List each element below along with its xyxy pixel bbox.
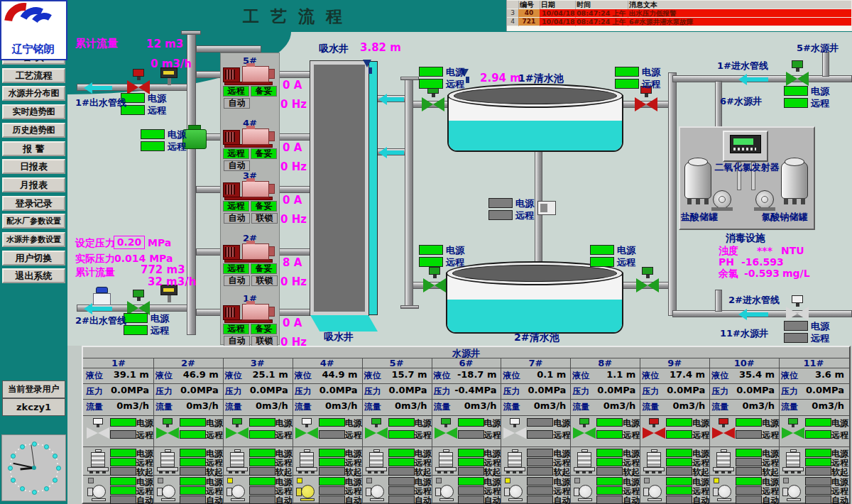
alarm-row-id[interactable]: 721 bbox=[518, 18, 540, 26]
alarm-row-index[interactable]: 3 bbox=[507, 9, 518, 17]
chlorine-value: -0.593 bbox=[744, 268, 780, 279]
well-pump-icon[interactable] bbox=[440, 485, 454, 498]
valve-icon[interactable] bbox=[423, 278, 435, 292]
indicator-off bbox=[388, 486, 415, 495]
indicator-label: 自动 bbox=[345, 495, 362, 504]
valve-icon[interactable] bbox=[127, 80, 138, 94]
sidebar-item-4[interactable]: 实时趋势图 bbox=[2, 104, 65, 119]
outlet1-total: 12 m3 bbox=[146, 38, 183, 50]
indicator-on bbox=[458, 449, 484, 457]
well-subpump-foot bbox=[381, 471, 384, 473]
pump-icon[interactable] bbox=[242, 304, 269, 320]
pump-icon[interactable] bbox=[242, 66, 269, 82]
valve-icon[interactable] bbox=[786, 307, 797, 321]
well-pump-icon[interactable] bbox=[231, 485, 245, 498]
well-valve-icon[interactable] bbox=[237, 427, 248, 439]
valve-actuator-icon[interactable] bbox=[133, 69, 144, 77]
well-valve-icon[interactable] bbox=[712, 427, 723, 439]
well-valve-icon[interactable] bbox=[503, 427, 515, 439]
well-subpump-icon[interactable] bbox=[577, 452, 591, 467]
alarm-row-index[interactable]: 4 bbox=[507, 18, 518, 26]
well-subpump-icon[interactable] bbox=[230, 452, 244, 467]
sidebar-item-3[interactable]: 水源井分布图 bbox=[2, 86, 65, 101]
well-subpump-icon[interactable] bbox=[716, 452, 731, 467]
indicator-on bbox=[110, 418, 136, 427]
well-subpump-icon[interactable] bbox=[786, 452, 800, 467]
well-subpump-icon[interactable] bbox=[300, 452, 314, 467]
valve-actuator-icon[interactable] bbox=[429, 267, 440, 275]
sidebar-item-2[interactable]: 工艺流程 bbox=[2, 68, 65, 83]
dosing-device-icon[interactable] bbox=[182, 129, 207, 149]
well-subpump-icon[interactable] bbox=[647, 452, 661, 467]
sidebar-item-7[interactable]: 日报表 bbox=[2, 159, 65, 174]
sidebar-item-12[interactable]: 用户切换 bbox=[2, 251, 65, 265]
clock-dot-small bbox=[18, 486, 19, 487]
valve-icon[interactable] bbox=[648, 278, 659, 292]
valve-icon[interactable] bbox=[636, 278, 648, 292]
well-subpump-icon[interactable] bbox=[91, 452, 105, 467]
valve-icon[interactable] bbox=[797, 307, 809, 321]
sidebar-item-5[interactable]: 历史趋势图 bbox=[2, 123, 65, 138]
sidebar-item-13[interactable]: 退出系统 bbox=[2, 268, 65, 283]
set-pressure-value[interactable]: 0.20 bbox=[114, 236, 145, 249]
well-valve-actuator bbox=[232, 418, 242, 424]
well-valve-icon[interactable] bbox=[654, 427, 665, 439]
well-valve-icon[interactable] bbox=[307, 427, 318, 439]
well-valve-icon[interactable] bbox=[156, 427, 168, 439]
well-pump-icon[interactable] bbox=[92, 485, 106, 498]
clock-dot-small bbox=[56, 476, 58, 477]
pump-icon[interactable] bbox=[242, 128, 269, 145]
sidebar-item-10[interactable]: 配水厂参数设置 bbox=[2, 214, 65, 229]
valve-actuator-icon[interactable] bbox=[133, 290, 144, 297]
well-valve-icon[interactable] bbox=[515, 427, 526, 439]
level-sensor-stem bbox=[466, 77, 469, 83]
well-pump-icon[interactable] bbox=[162, 485, 175, 498]
sidebar-item-6[interactable]: 报 警 bbox=[2, 141, 65, 156]
valve-icon[interactable] bbox=[797, 72, 809, 86]
well-valve-icon[interactable] bbox=[643, 427, 654, 439]
valve-icon[interactable] bbox=[422, 97, 433, 111]
valve-icon[interactable] bbox=[646, 97, 657, 111]
valve-actuator-icon[interactable] bbox=[642, 267, 653, 275]
well-valve-icon[interactable] bbox=[226, 427, 237, 439]
well-pump-icon[interactable] bbox=[787, 485, 801, 498]
alarm-row-id[interactable]: 40 bbox=[518, 9, 540, 17]
sidebar-item-11[interactable]: 水源井参数设置 bbox=[2, 232, 65, 247]
valve-actuator-icon[interactable] bbox=[792, 295, 803, 303]
well-valve-icon[interactable] bbox=[295, 427, 307, 439]
well-valve-icon[interactable] bbox=[435, 427, 446, 439]
well-valve-icon[interactable] bbox=[573, 427, 584, 439]
well-valve-actuator bbox=[302, 418, 312, 424]
valve-actuator-icon[interactable] bbox=[792, 60, 803, 68]
well-valve-icon[interactable] bbox=[365, 427, 376, 439]
disinfection-label: 消毒设施 bbox=[726, 232, 765, 245]
well-valve-icon[interactable] bbox=[584, 427, 596, 439]
indicator-label: 电源 bbox=[831, 417, 848, 429]
flow-meter-icon[interactable] bbox=[96, 287, 108, 293]
well-pump-icon[interactable] bbox=[371, 485, 384, 498]
well-valve-icon[interactable] bbox=[782, 427, 793, 439]
well-valve-icon[interactable] bbox=[98, 427, 109, 439]
valve-icon[interactable] bbox=[786, 72, 797, 86]
well-subpump-icon[interactable] bbox=[439, 452, 453, 467]
well-subpump-icon[interactable] bbox=[369, 452, 383, 467]
clock-dot-small bbox=[11, 459, 12, 460]
well-valve-icon[interactable] bbox=[723, 427, 735, 439]
valve-icon[interactable] bbox=[635, 97, 646, 111]
valve-icon[interactable] bbox=[435, 278, 446, 292]
well-valve-icon[interactable] bbox=[168, 427, 179, 439]
well-subpump-icon[interactable] bbox=[160, 452, 175, 467]
well-subpump-icon[interactable] bbox=[508, 452, 522, 467]
well-valve-icon[interactable] bbox=[376, 427, 388, 439]
valve-icon[interactable] bbox=[433, 97, 444, 111]
well-valve-icon[interactable] bbox=[87, 427, 98, 439]
pump-icon[interactable] bbox=[242, 243, 269, 260]
pump-icon[interactable] bbox=[242, 181, 269, 197]
sidebar-item-8[interactable]: 月报表 bbox=[2, 177, 65, 192]
indicator-off bbox=[736, 430, 762, 439]
well-valve-icon[interactable] bbox=[446, 427, 457, 439]
sidebar-item-9[interactable]: 登录记录 bbox=[2, 196, 65, 211]
well-pump-icon[interactable] bbox=[301, 485, 315, 498]
well-valve-icon[interactable] bbox=[793, 427, 804, 439]
well-row-label: 液位 bbox=[503, 370, 520, 382]
